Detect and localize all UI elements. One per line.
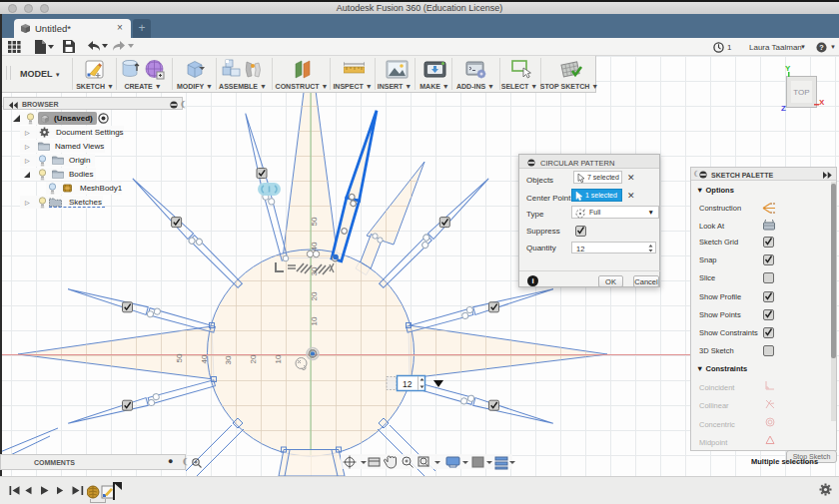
svg-text:50: 50 — [310, 217, 319, 226]
svg-text:40: 40 — [310, 242, 319, 251]
svg-text:12: 12 — [403, 379, 413, 389]
svg-text:10: 10 — [274, 354, 283, 363]
svg-text:10: 10 — [310, 316, 319, 325]
svg-text:20: 20 — [310, 291, 319, 300]
svg-text:30: 30 — [310, 266, 319, 275]
svg-text:30: 30 — [224, 355, 233, 364]
svg-text:?: ? — [819, 43, 824, 52]
svg-text:20: 20 — [249, 354, 258, 363]
svg-text:50: 50 — [175, 353, 184, 362]
svg-text:40: 40 — [200, 354, 209, 363]
